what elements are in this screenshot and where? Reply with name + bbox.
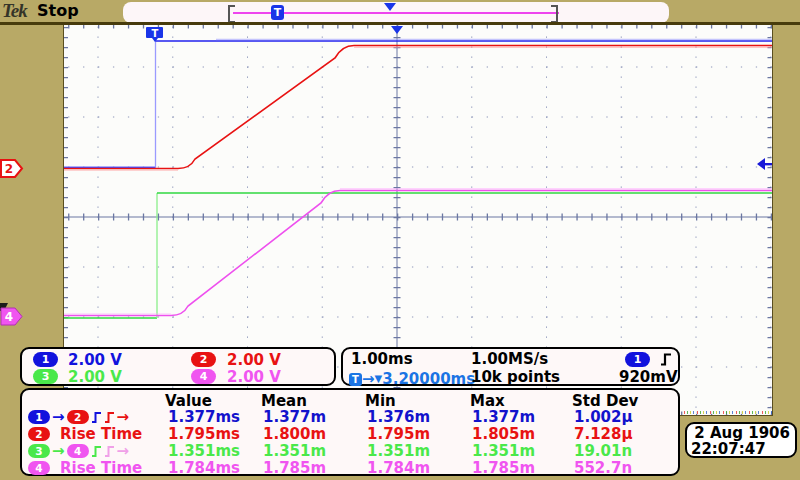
svg-text:T: T	[152, 28, 159, 39]
trigger-level-readout[interactable]: 920mV	[619, 369, 678, 385]
trigger-source-badge[interactable]: 1	[625, 352, 650, 367]
tek-logo: Tek	[2, 0, 27, 22]
trigger-delay-readout[interactable]: T→▼3.20000ms	[349, 369, 475, 388]
col-header-min: Min	[365, 393, 396, 409]
meas3-dst-badge: 4	[67, 444, 89, 458]
ch2-badge[interactable]: 2	[191, 352, 216, 367]
meas4-mean: 1.785m	[263, 460, 326, 476]
rising-edge-icon	[104, 445, 115, 458]
meas3-stddev: 19.01n	[574, 443, 632, 459]
measurement-header-row: Value Mean Min Max Std Dev	[28, 393, 676, 409]
trigger-delay-value: 3.20000ms	[382, 370, 475, 388]
rising-edge-icon	[91, 411, 102, 424]
measurement-row-delay-1-2: 1 → 2 → 1.377ms 1.377m 1.376m 1.377m 1.0…	[28, 409, 676, 425]
meas3-max: 1.351m	[472, 443, 535, 459]
meas1-min: 1.376m	[367, 409, 430, 425]
meas1-src-badge: 1	[28, 410, 50, 424]
meas2-min: 1.795m	[367, 426, 430, 442]
expansion-point-icon	[391, 26, 403, 34]
meas2-stddev: 7.128µ	[574, 426, 632, 442]
ch3-badge[interactable]: 3	[33, 369, 58, 384]
meas2-max: 1.805m	[472, 426, 535, 442]
meas1-arrow-icon: →	[52, 409, 65, 425]
meas1-stddev: 1.002µ	[574, 409, 632, 425]
measurement-table: Value Mean Min Max Std Dev 1 → 2 → 1.377…	[20, 388, 680, 476]
datetime-box: 2 Aug 1906 22:07:47	[685, 422, 797, 458]
top-status-bar: Tek Stop T	[0, 0, 800, 22]
meas3-src-badge: 3	[28, 444, 50, 458]
meas4-value: 1.784ms	[168, 460, 240, 476]
meas3-arrow-icon: →	[52, 443, 65, 459]
record-expansion-point-icon	[384, 3, 396, 11]
meas1-arrow2-icon: →	[117, 409, 130, 425]
acquisition-status: Stop	[37, 1, 79, 20]
rising-edge-icon	[91, 445, 102, 458]
trigger-position-flag[interactable]: T	[146, 26, 164, 44]
delay-trigger-icon: T	[349, 373, 362, 386]
record-trigger-marker-icon[interactable]: T	[271, 5, 284, 20]
measurement-row-delay-3-4: 3 → 4 → 1.351ms 1.351m 1.351m 1.351m 19.…	[28, 443, 676, 459]
svg-text:2: 2	[5, 162, 13, 176]
meas2-src-badge: 2	[28, 427, 50, 441]
channel-scale-readout-box: 1 2.00 V 2 2.00 V 3 2.00 V 4 2.00 V	[20, 347, 336, 386]
meas1-max: 1.377m	[472, 409, 535, 425]
meas1-value: 1.377ms	[168, 409, 240, 425]
meas3-mean: 1.351m	[263, 443, 326, 459]
col-header-max: Max	[470, 393, 505, 409]
sample-rate: 1.00MS/s	[471, 351, 548, 367]
record-window-right-bracket[interactable]	[551, 5, 558, 23]
meas4-min: 1.784m	[367, 460, 430, 476]
col-header-mean: Mean	[261, 393, 307, 409]
measurement-row-ch4-risetime: 4 Rise Time 1.784ms 1.785m 1.784m 1.785m…	[28, 460, 676, 476]
time-label: 22:07:47	[691, 441, 766, 457]
timebase-trigger-readout-box: 1.00ms 1.00MS/s 1 T→▼3.20000ms 10k point…	[341, 347, 680, 386]
measurement-row-ch2-risetime: 2 Rise Time 1.795ms 1.800m 1.795m 1.805m…	[28, 426, 676, 442]
rising-edge-trigger-icon	[660, 352, 672, 367]
waveform-noise-artifact	[684, 411, 772, 414]
meas4-stddev: 552.7n	[574, 460, 632, 476]
ch2-scale[interactable]: 2.00 V	[227, 352, 281, 368]
meas3-arrow2-icon: →	[117, 443, 130, 459]
date-label: 2 Aug 1906	[694, 425, 790, 441]
meas3-value: 1.351ms	[168, 443, 240, 459]
svg-text:4: 4	[5, 310, 13, 324]
ch4-position-marker[interactable]: 4	[0, 307, 24, 326]
oscilloscope-screen: Tek Stop T T 2 4	[0, 0, 800, 480]
meas4-max: 1.785m	[472, 460, 535, 476]
delay-arrow-icon: →	[362, 370, 375, 388]
record-length: 10k points	[471, 369, 560, 385]
ch1-badge[interactable]: 1	[33, 352, 58, 367]
col-header-stddev: Std Dev	[572, 393, 638, 409]
meas1-mean: 1.377m	[263, 409, 326, 425]
trigger-level-marker-icon[interactable]	[756, 157, 772, 171]
col-header-value: Value	[165, 393, 212, 409]
meas2-mean: 1.800m	[263, 426, 326, 442]
record-window-left-bracket[interactable]	[228, 5, 235, 23]
timebase-scale[interactable]: 1.00ms	[351, 351, 413, 367]
meas1-dst-badge: 2	[67, 410, 89, 424]
ch3-scale[interactable]: 2.00 V	[68, 369, 122, 385]
rising-edge-icon	[104, 411, 115, 424]
ch4-badge[interactable]: 4	[191, 369, 216, 384]
meas2-name: Rise Time	[60, 426, 142, 442]
ch1-scale[interactable]: 2.00 V	[68, 352, 122, 368]
ch4-scale[interactable]: 2.00 V	[227, 369, 281, 385]
meas2-value: 1.795ms	[168, 426, 240, 442]
record-view-bar[interactable]: T	[123, 2, 669, 23]
meas3-min: 1.351m	[367, 443, 430, 459]
ch2-position-marker[interactable]: 2	[0, 159, 24, 178]
meas4-name: Rise Time	[60, 460, 142, 476]
meas4-src-badge: 4	[28, 461, 50, 475]
